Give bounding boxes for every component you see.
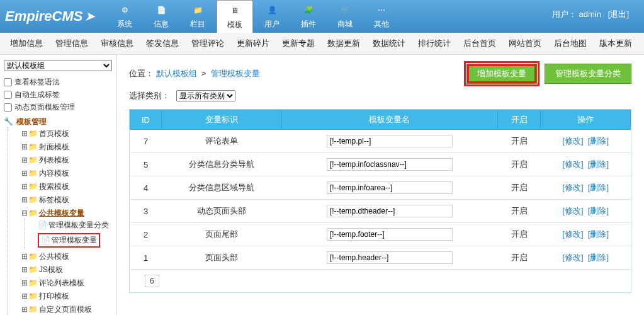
checkbox[interactable]	[4, 103, 12, 112]
page-count: 6	[145, 275, 159, 287]
tree-link[interactable]: 公共模板	[39, 252, 69, 261]
plus-icon[interactable]: ⊞	[21, 252, 28, 261]
cell-op: [修改] [删除]	[541, 200, 631, 223]
submenu-后台首页[interactable]: 后台首页	[463, 38, 496, 49]
submenu-更新专题[interactable]: 更新专题	[282, 38, 315, 49]
variable-name-input[interactable]	[327, 205, 453, 217]
pager: 6	[130, 270, 631, 292]
variable-name-input[interactable]	[327, 251, 453, 264]
plus-icon[interactable]: ⊞	[21, 142, 28, 151]
tree-link[interactable]: 封面模板	[39, 142, 69, 151]
edit-link[interactable]: [修改]	[562, 253, 583, 262]
cell-open: 开启	[498, 223, 541, 246]
variable-name-input[interactable]	[327, 228, 453, 241]
submenu-管理信息[interactable]: 管理信息	[55, 38, 88, 49]
delete-link[interactable]: [删除]	[588, 206, 609, 215]
add-variable-button[interactable]: 增加模板变量	[466, 64, 537, 84]
edit-link[interactable]: [修改]	[562, 159, 583, 169]
tree-link[interactable]: JS模板	[39, 265, 63, 274]
sidebar-tree: 🔧 模板管理 ⊞📁首页模板⊞📁封面模板⊞📁列表模板⊞📁内容模板⊞📁搜索模板⊞📁标…	[4, 115, 112, 315]
submenu-签发信息[interactable]: 签发信息	[146, 38, 179, 49]
submenu-审核信息[interactable]: 审核信息	[101, 38, 133, 49]
plus-icon[interactable]: ⊞	[21, 129, 28, 138]
variable-name-input[interactable]	[327, 158, 453, 171]
tree-link[interactable]: 管理模板变量	[52, 236, 97, 244]
nav-其他[interactable]: ⋯其他	[364, 0, 399, 33]
nav-label: 商城	[337, 19, 353, 30]
folder-icon: 📁	[28, 182, 38, 191]
nav-商城[interactable]: 🛒商城	[327, 0, 363, 33]
submenu-数据统计[interactable]: 数据统计	[373, 38, 405, 49]
plus-icon[interactable]: ⊞	[21, 156, 28, 164]
edit-link[interactable]: [修改]	[562, 136, 583, 146]
edit-link[interactable]: [修改]	[562, 229, 583, 239]
tree-root[interactable]: 模板管理	[16, 117, 47, 126]
plus-icon[interactable]: ⊞	[21, 265, 28, 274]
sidebar-check: 查看标签语法	[4, 77, 112, 88]
tree-link[interactable]: 标签模板	[39, 195, 69, 204]
plus-icon[interactable]: ⊞	[21, 195, 28, 204]
nav-插件[interactable]: 🧩插件	[291, 0, 326, 33]
plus-icon[interactable]: ⊞	[21, 292, 28, 301]
nav-label: 插件	[301, 19, 316, 30]
edit-link[interactable]: [修改]	[562, 206, 583, 215]
plus-icon[interactable]: ⊞	[21, 305, 28, 314]
user-name-link[interactable]: admin	[579, 9, 601, 19]
tree-link[interactable]: 管理模板变量分类	[48, 220, 109, 229]
delete-link[interactable]: [删除]	[588, 229, 609, 239]
minus-icon[interactable]: ⊟	[21, 209, 28, 217]
tree-link[interactable]: 首页模板	[39, 129, 69, 138]
submenu-版本更新[interactable]: 版本更新	[599, 38, 632, 49]
nav-模板[interactable]: 🖥模板	[217, 0, 253, 33]
variable-name-input[interactable]	[327, 135, 453, 147]
top-header: EmpireCMS ➤ ⚙系统📄信息📁栏目🖥模板👤用户🧩插件🛒商城⋯其他 用户：…	[0, 0, 644, 33]
checkbox[interactable]	[4, 91, 12, 99]
folder-icon: 📁	[28, 292, 38, 301]
delete-link[interactable]: [删除]	[588, 253, 609, 262]
cell-op: [修改] [删除]	[541, 223, 631, 246]
tree-link[interactable]: 评论列表模板	[39, 278, 84, 287]
col-name: 模板变量名	[281, 110, 497, 130]
delete-link[interactable]: [删除]	[588, 183, 609, 192]
submenu-数据更新[interactable]: 数据更新	[327, 38, 360, 49]
nav-栏目[interactable]: 📁栏目	[180, 0, 215, 33]
cell-mark: 分类信息分类导航	[162, 153, 282, 176]
category-filter-select[interactable]: 显示所有类别	[176, 90, 235, 101]
tree-link[interactable]: 打印模板	[39, 292, 69, 301]
plus-icon[interactable]: ⊞	[21, 278, 28, 287]
folder-icon: 📁	[28, 129, 38, 138]
delete-link[interactable]: [删除]	[588, 159, 609, 169]
submenu-增加信息[interactable]: 增加信息	[10, 38, 43, 49]
nav-用户[interactable]: 👤用户	[254, 0, 290, 33]
edit-link[interactable]: [修改]	[562, 183, 583, 192]
nav-label: 栏目	[190, 19, 205, 30]
submenu-网站首页[interactable]: 网站首页	[509, 38, 541, 49]
plus-icon[interactable]: ⊞	[21, 182, 28, 191]
breadcrumb-group[interactable]: 默认模板组	[156, 69, 197, 78]
tree-link[interactable]: 搜索模板	[39, 182, 69, 191]
manage-category-button[interactable]: 管理模板变量分类	[545, 64, 631, 84]
plus-icon[interactable]: ⊞	[21, 169, 28, 178]
logout-link[interactable]: [退出]	[608, 9, 629, 19]
tree-link[interactable]: 自定义页面模板	[39, 305, 92, 314]
submenu-管理评论[interactable]: 管理评论	[191, 38, 224, 49]
template-group-select[interactable]: 默认模板组	[4, 60, 112, 71]
tree-folder: ⊞📁首页模板	[21, 127, 112, 140]
submenu-排行统计[interactable]: 排行统计	[418, 38, 451, 49]
nav-label: 模板	[227, 20, 242, 30]
table-row: 1页面头部开启[修改] [删除]	[130, 246, 631, 270]
nav-系统[interactable]: ⚙系统	[107, 0, 142, 33]
submenu-后台地图[interactable]: 后台地图	[554, 38, 587, 49]
variable-name-input[interactable]	[327, 181, 453, 194]
filter-row: 选择类别： 显示所有类别	[129, 90, 631, 101]
submenu-更新碎片[interactable]: 更新碎片	[237, 38, 269, 49]
tree-folder: ⊞📁打印模板	[21, 290, 112, 303]
nav-信息[interactable]: 📄信息	[144, 0, 179, 33]
delete-link[interactable]: [删除]	[588, 136, 609, 146]
checkbox[interactable]	[4, 78, 12, 86]
cell-op: [修改] [删除]	[541, 153, 631, 176]
tree-link[interactable]: 公共模板变量	[39, 209, 84, 217]
tree-link[interactable]: 列表模板	[39, 156, 69, 164]
tree-link[interactable]: 内容模板	[39, 169, 69, 178]
table-row: 7评论表单开启[修改] [删除]	[130, 130, 631, 153]
